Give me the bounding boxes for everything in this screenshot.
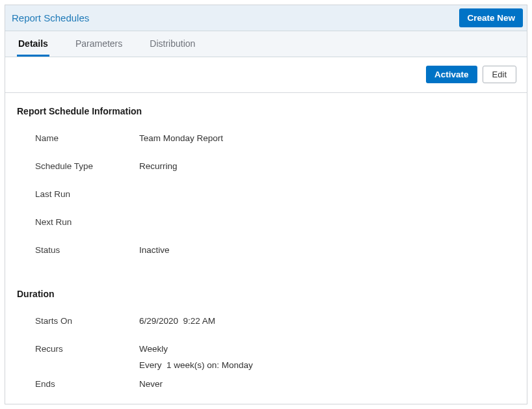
field-label-starts-on: Starts On [35, 316, 139, 326]
activate-button[interactable]: Activate [426, 66, 477, 83]
field-recurs: Recurs Weekly [17, 344, 515, 354]
field-label-recurs: Recurs [35, 344, 139, 354]
field-label-status: Status [35, 245, 139, 255]
field-ends: Ends Never [17, 379, 515, 389]
action-bar: Activate Edit [5, 57, 527, 93]
field-value-ends: Never [139, 379, 163, 389]
field-status: Status Inactive [17, 245, 515, 255]
tab-distribution[interactable]: Distribution [148, 32, 196, 57]
field-label-last-run: Last Run [35, 189, 139, 199]
details-content: Report Schedule Information Name Team Mo… [5, 93, 527, 389]
field-last-run: Last Run [17, 189, 515, 199]
field-starts-on: Starts On 6/29/2020 9:22 AM [17, 316, 515, 326]
edit-button[interactable]: Edit [483, 66, 516, 83]
field-label-name: Name [35, 133, 139, 143]
field-label-ends: Ends [35, 379, 139, 389]
field-recurs-detail: Every 1 week(s) on: Monday [17, 360, 515, 370]
tab-parameters[interactable]: Parameters [74, 32, 124, 57]
field-value-recurs: Weekly [139, 344, 168, 354]
field-label-next-run: Next Run [35, 217, 139, 227]
page-title: Report Schedules [12, 12, 89, 23]
field-value-recurs-detail: Every 1 week(s) on: Monday [139, 360, 253, 370]
field-next-run: Next Run [17, 217, 515, 227]
field-label-empty [35, 360, 139, 370]
field-name: Name Team Monday Report [17, 133, 515, 143]
field-value-starts-on: 6/29/2020 9:22 AM [139, 316, 215, 326]
field-value-status: Inactive [139, 245, 170, 255]
create-new-button[interactable]: Create New [459, 8, 523, 27]
field-value-name: Team Monday Report [139, 133, 223, 143]
field-label-schedule-type: Schedule Type [35, 161, 139, 171]
section-title-duration: Duration [17, 289, 515, 299]
field-value-schedule-type: Recurring [139, 161, 178, 171]
tabs-bar: Details Parameters Distribution [5, 31, 527, 57]
header-bar: Report Schedules Create New [5, 5, 527, 31]
tab-details[interactable]: Details [17, 32, 49, 57]
field-schedule-type: Schedule Type Recurring [17, 161, 515, 171]
section-title-info: Report Schedule Information [17, 106, 515, 116]
